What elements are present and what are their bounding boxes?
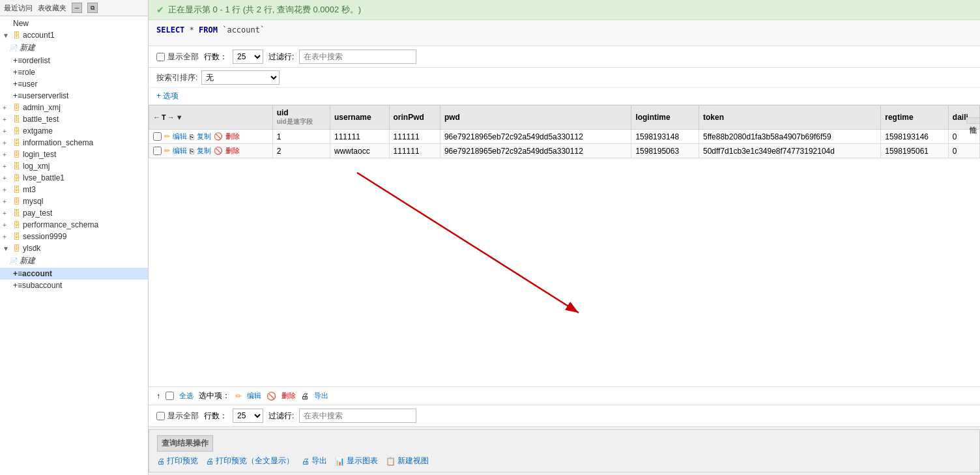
user-expand: +: [13, 79, 18, 89]
bottom-show-all-label[interactable]: 显示全部: [156, 410, 199, 422]
bottom-show-all-checkbox[interactable]: [156, 412, 165, 420]
row2-copy-link[interactable]: 复制: [197, 146, 211, 156]
login-test-label: login_test: [23, 150, 56, 159]
row1-token: 5ffe88b2080d1fa3b58a4907b69f6f59: [699, 130, 880, 144]
col-nav-dropdown[interactable]: ▼: [176, 113, 183, 121]
sidebar-top-bar: 最近访问 表收藏夹 ─ ⧉: [0, 0, 148, 16]
show-all-checkbox-label[interactable]: 显示全部: [156, 51, 199, 63]
sidebar-item-orderlist[interactable]: + ≡ orderlist: [0, 55, 148, 66]
sidebar-item-session9999[interactable]: + 🗄 session9999: [0, 231, 148, 242]
col-nav: ← T → ▼: [153, 113, 268, 121]
sidebar-item-account[interactable]: + ≡ account: [0, 268, 148, 280]
sidebar-item-mysql[interactable]: + 🗄 mysql: [0, 195, 148, 207]
account-expand: +: [13, 269, 18, 278]
th-checkbox: ← T → ▼: [149, 106, 273, 130]
export-link[interactable]: 导出: [314, 391, 328, 401]
sidebar-item-pay-test[interactable]: + 🗄 pay_test: [0, 207, 148, 219]
col-nav-right[interactable]: →: [167, 113, 175, 121]
sidebar-item-userserverlist[interactable]: + ≡ userserverlist: [0, 90, 148, 102]
th-username[interactable]: username: [330, 106, 389, 130]
select-all-checkbox[interactable]: [166, 392, 174, 400]
bottom-rows-select[interactable]: 25 50 100: [233, 409, 263, 423]
up-arrow: ↑: [156, 392, 160, 401]
row1-daili: 0: [948, 130, 979, 144]
sidebar-item-extgame[interactable]: + 🗄 extgame: [0, 125, 148, 137]
chart-link[interactable]: 📊 显示图表: [335, 455, 378, 467]
session9999-expand: +: [3, 233, 12, 240]
row1-delete-link[interactable]: 删除: [225, 132, 240, 141]
export-link2[interactable]: 🖨 导出: [302, 455, 327, 467]
col-nav-left[interactable]: ←: [153, 113, 160, 121]
row2-edit-link[interactable]: 编辑: [173, 146, 187, 156]
login-test-expand: +: [3, 151, 12, 158]
row1-username: 111111: [330, 130, 389, 144]
delete-selected-link[interactable]: 删除: [281, 391, 296, 401]
print-preview-icon: 🖨: [157, 457, 165, 466]
filter-input[interactable]: [299, 50, 416, 64]
sidebar-db-list: New ▼ 🗄 account1 📄 新建 + ≡ orderlist + ≡ …: [0, 16, 148, 293]
db-icon-performance-schema: 🗄: [13, 221, 20, 229]
th-uid-sub: uid是速字段: [277, 117, 326, 126]
edit-selected-link[interactable]: 编辑: [247, 391, 261, 401]
mt3-expand: +: [3, 186, 12, 194]
sidebar-item-mt3[interactable]: + 🗄 mt3: [0, 184, 148, 195]
select-all-link[interactable]: 全选: [179, 391, 194, 401]
th-logintime[interactable]: logintime: [631, 106, 699, 130]
row1-checkbox[interactable]: [153, 132, 162, 141]
row2-checkbox[interactable]: [153, 147, 162, 155]
bottom-filter-label: 过滤行:: [268, 410, 294, 422]
rows-select[interactable]: 25 50 100: [233, 50, 263, 64]
userserverlist-expand: +: [13, 91, 18, 100]
sidebar-item-information-schema[interactable]: + 🗄 information_schema: [0, 137, 148, 149]
print-preview-link[interactable]: 🖨 打印预览: [157, 455, 198, 467]
th-token[interactable]: token: [699, 106, 880, 130]
row2-delete-icon: 🚫: [214, 147, 223, 155]
sidebar-new-account1[interactable]: 📄 新建: [0, 41, 148, 55]
sidebar-item-ylsdk[interactable]: ▼ 🗄 ylsdk: [0, 242, 148, 254]
print-full-link[interactable]: 🖨 打印预览（全文显示）: [206, 455, 294, 467]
log-xmj-label: log_xmj: [23, 162, 50, 171]
bottom-select-row: ↑ 全选 选中项： ✏ 编辑 🚫 删除 🖨 导出: [149, 386, 980, 405]
new-view-link[interactable]: 📋 新建视图: [386, 455, 429, 467]
expand-button[interactable]: ⧉: [87, 3, 98, 13]
chart-icon: 📊: [335, 457, 345, 466]
row1-delete-icon: 🚫: [214, 132, 223, 141]
sidebar-item-account1[interactable]: ▼ 🗄 account1: [0, 29, 148, 41]
row1-copy-link[interactable]: 复制: [197, 132, 211, 141]
th-pwd[interactable]: pwd: [440, 106, 631, 130]
row1-uid: 1: [272, 130, 330, 144]
bottom-rows-label: 行数：: [204, 410, 227, 422]
sidebar-new-ylsdk[interactable]: 📄 新建: [0, 254, 148, 268]
db-icon-pay-test: 🗄: [13, 209, 20, 217]
db-icon-battle-test: 🗄: [13, 115, 20, 123]
th-orinpwd[interactable]: orinPwd: [389, 106, 440, 130]
row2-delete-link[interactable]: 删除: [225, 146, 240, 156]
sidebar-item-login-test[interactable]: + 🗄 login_test: [0, 149, 148, 160]
export-icon2: 🖨: [302, 457, 310, 466]
sidebar-item-subaccount[interactable]: + ≡ subaccount: [0, 280, 148, 291]
mysql-label: mysql: [23, 197, 43, 206]
filter-label: 过滤行:: [268, 51, 294, 63]
sidebar-item-log-xmj[interactable]: + 🗄 log_xmj: [0, 160, 148, 172]
row1-edit-link[interactable]: 编辑: [173, 132, 187, 141]
sidebar-item-lvse-battle1[interactable]: + 🗄 lvse_battle1: [0, 172, 148, 184]
sidebar-item-performance-schema[interactable]: + 🗄 performance_schema: [0, 219, 148, 231]
options-link[interactable]: + 选项: [156, 91, 179, 100]
db-icon-log-xmj: 🗄: [13, 162, 20, 170]
ylsdk-new-label: 新建: [20, 255, 35, 266]
th-regtime[interactable]: regtime: [881, 106, 949, 130]
collapse-button[interactable]: ─: [72, 3, 82, 13]
sidebar-item-new[interactable]: New: [0, 18, 148, 29]
table-icon-orderlist: ≡: [18, 56, 22, 65]
show-all-checkbox[interactable]: [156, 53, 165, 61]
sidebar-item-user[interactable]: + ≡ user: [0, 78, 148, 90]
sql-select-keyword: SELECT: [156, 25, 184, 35]
sort-select[interactable]: 无: [201, 70, 280, 85]
favorites-label: 表收藏夹: [38, 3, 66, 13]
bottom-filter-input[interactable]: [299, 409, 416, 423]
sidebar-item-role[interactable]: + ≡ role: [0, 66, 148, 78]
sidebar-item-admin-xmj[interactable]: + 🗄 admin_xmj: [0, 102, 148, 113]
table-icon-role: ≡: [18, 68, 22, 77]
th-uid[interactable]: uid uid是速字段: [272, 106, 330, 130]
sidebar-item-battle-test[interactable]: + 🗄 battle_test: [0, 113, 148, 125]
